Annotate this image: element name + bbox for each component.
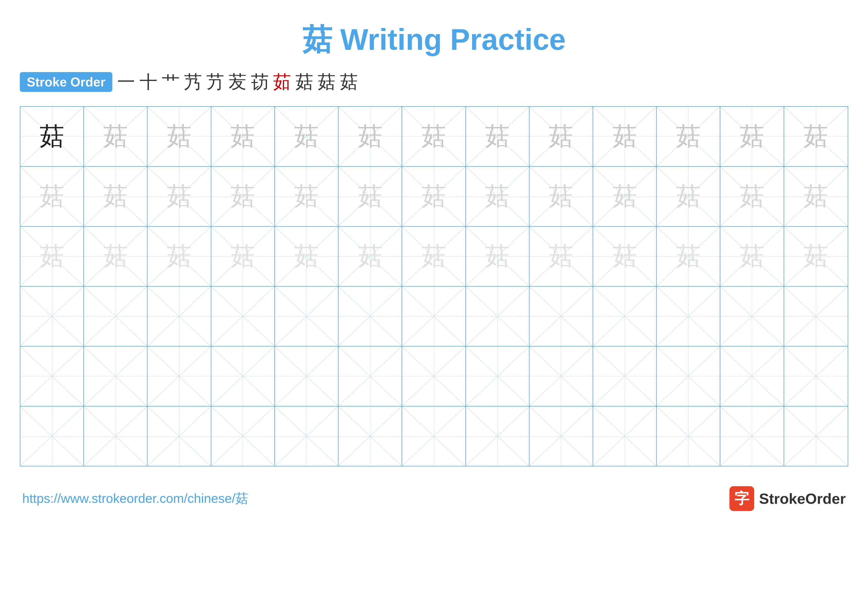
grid-cell[interactable]: 菇	[211, 167, 275, 226]
grid-cell-empty[interactable]	[20, 347, 84, 406]
grid-cell[interactable]: 菇	[720, 107, 784, 166]
grid-cell[interactable]: 菇	[466, 167, 530, 226]
grid-cell-empty[interactable]	[84, 347, 147, 406]
svg-line-98	[657, 286, 720, 346]
grid-cell-empty[interactable]	[338, 406, 402, 466]
grid-cell[interactable]: 菇	[466, 227, 530, 286]
grid-cell-empty[interactable]	[211, 347, 275, 406]
grid-cell-empty[interactable]	[338, 286, 402, 346]
grid-cell-empty[interactable]	[147, 406, 211, 466]
grid-cell[interactable]: 菇	[338, 227, 402, 286]
grid-cell[interactable]: 菇	[84, 107, 147, 166]
svg-line-101	[720, 286, 783, 346]
grid-cell-empty[interactable]	[147, 347, 211, 406]
grid-cell-empty[interactable]	[84, 286, 147, 346]
grid-cell-empty[interactable]	[147, 286, 211, 346]
grid-cell[interactable]: 菇	[338, 167, 402, 226]
grid-cell[interactable]: 菇	[530, 167, 593, 226]
grid-cell[interactable]: 菇	[466, 107, 530, 166]
grid-cell-empty[interactable]	[402, 406, 466, 466]
grid-cell-empty[interactable]	[20, 286, 84, 346]
grid-cell[interactable]: 菇	[402, 107, 466, 166]
grid-cell-empty[interactable]	[402, 286, 466, 346]
svg-line-86	[275, 286, 338, 346]
grid-cell[interactable]: 菇	[20, 227, 84, 286]
grid-cell[interactable]: 菇	[530, 107, 593, 166]
grid-cell-empty[interactable]	[657, 347, 720, 406]
grid-cell[interactable]: 菇	[147, 227, 211, 286]
grid-cell[interactable]: 菇	[657, 167, 720, 226]
grid-cell-empty[interactable]	[657, 286, 720, 346]
grid-cell[interactable]: 菇	[20, 107, 84, 166]
grid-cell-empty[interactable]	[84, 406, 147, 466]
grid-cell-empty[interactable]	[275, 347, 338, 406]
svg-line-99	[657, 286, 720, 346]
svg-line-89	[338, 286, 401, 346]
svg-line-148	[593, 406, 656, 466]
grid-cell-empty[interactable]	[784, 347, 848, 406]
grid-cell[interactable]: 菇	[784, 107, 848, 166]
svg-line-127	[720, 347, 783, 406]
svg-line-116	[402, 347, 465, 406]
practice-char: 菇	[294, 244, 319, 269]
grid-cell[interactable]: 菇	[593, 167, 657, 226]
svg-line-100	[720, 286, 783, 346]
grid-cell[interactable]: 菇	[784, 167, 848, 226]
grid-cell-empty[interactable]	[466, 347, 530, 406]
grid-cell-empty[interactable]	[593, 406, 657, 466]
grid-cell[interactable]: 菇	[275, 167, 338, 226]
grid-cell[interactable]: 菇	[720, 227, 784, 286]
grid-cell[interactable]: 菇	[402, 167, 466, 226]
grid-cell-empty[interactable]	[593, 347, 657, 406]
grid-cell-empty[interactable]	[530, 347, 593, 406]
grid-cell-empty[interactable]	[466, 286, 530, 346]
grid-cell-empty[interactable]	[275, 286, 338, 346]
grid-cell-empty[interactable]	[657, 406, 720, 466]
grid-cell-empty[interactable]	[530, 286, 593, 346]
grid-cell-empty[interactable]	[275, 406, 338, 466]
grid-cell[interactable]: 菇	[402, 227, 466, 286]
grid-cell-empty[interactable]	[402, 347, 466, 406]
svg-line-95	[530, 286, 593, 346]
grid-cell-empty[interactable]	[338, 347, 402, 406]
grid-cell-empty[interactable]	[466, 406, 530, 466]
grid-cell[interactable]: 菇	[657, 227, 720, 286]
grid-cell[interactable]: 菇	[593, 107, 657, 166]
grid-cell[interactable]: 菇	[338, 107, 402, 166]
grid-cell[interactable]: 菇	[211, 227, 275, 286]
grid-cell[interactable]: 菇	[275, 107, 338, 166]
grid-cell-empty[interactable]	[593, 286, 657, 346]
grid-cell-empty[interactable]	[211, 286, 275, 346]
grid-cell[interactable]: 菇	[784, 227, 848, 286]
grid-cell[interactable]: 菇	[84, 227, 147, 286]
practice-char: 菇	[485, 124, 510, 149]
grid-cell[interactable]: 菇	[211, 107, 275, 166]
grid-cell-empty[interactable]	[211, 406, 275, 466]
practice-char: 菇	[294, 124, 319, 149]
grid-cell-empty[interactable]	[720, 347, 784, 406]
grid-cell[interactable]: 菇	[84, 167, 147, 226]
svg-line-138	[275, 406, 338, 466]
grid-cell[interactable]: 菇	[593, 227, 657, 286]
grid-cell-empty[interactable]	[784, 406, 848, 466]
grid-cell-empty[interactable]	[530, 406, 593, 466]
practice-char: 菇	[676, 184, 701, 209]
stroke-11: 菇	[340, 70, 358, 94]
grid-cell[interactable]: 菇	[275, 227, 338, 286]
grid-cell[interactable]: 菇	[657, 107, 720, 166]
svg-line-79	[20, 286, 84, 346]
stroke-order-row: Stroke Order 一 十 艹 艿 芀 苃 苆 茹 菇 菇 菇	[20, 70, 848, 94]
grid-cell[interactable]: 菇	[147, 167, 211, 226]
grid-cell-empty[interactable]	[20, 406, 84, 466]
grid-cell[interactable]: 菇	[530, 227, 593, 286]
grid-cell-empty[interactable]	[720, 286, 784, 346]
grid-cell-empty[interactable]	[720, 406, 784, 466]
stroke-sequence: 一 十 艹 艿 芀 苃 苆 茹 菇 菇 菇	[117, 70, 358, 94]
stroke-2: 十	[140, 70, 157, 94]
grid-cell[interactable]: 菇	[20, 167, 84, 226]
footer-url-link[interactable]: https://www.strokeorder.com/chinese/菇	[22, 490, 248, 507]
grid-cell-empty[interactable]	[784, 286, 848, 346]
grid-cell[interactable]: 菇	[720, 167, 784, 226]
svg-line-130	[20, 406, 84, 466]
grid-cell[interactable]: 菇	[147, 107, 211, 166]
